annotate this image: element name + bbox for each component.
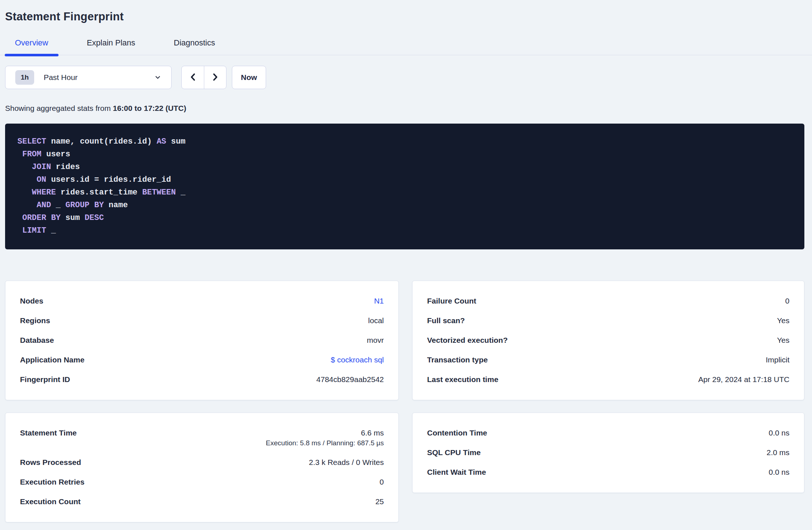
row-label: SQL CPU Time bbox=[427, 449, 481, 456]
next-range-button[interactable] bbox=[204, 66, 226, 89]
time-range-dropdown[interactable]: 1h Past Hour bbox=[5, 66, 172, 89]
sql-keyword: WHERE bbox=[32, 188, 56, 197]
row-last-execution-time: Last execution timeApr 29, 2024 at 17:18… bbox=[427, 376, 789, 383]
tab-overview[interactable]: Overview bbox=[5, 39, 59, 55]
sql-text bbox=[17, 175, 37, 184]
sql-keyword: FROM bbox=[22, 150, 41, 159]
row-value: Yes bbox=[777, 336, 789, 344]
sql-text: sum bbox=[61, 213, 85, 222]
row-value-link[interactable]: $ cockroach sql bbox=[331, 356, 384, 364]
row-label: Full scan? bbox=[427, 317, 465, 324]
sql-keyword: AS bbox=[157, 137, 166, 146]
sql-keyword: BETWEEN bbox=[142, 188, 176, 197]
row-value-wrap: Yes bbox=[777, 336, 789, 344]
row-rows-processed: Rows Processed2.3 k Reads / 0 Writes bbox=[20, 458, 384, 466]
row-value: 4784cb829aab2542 bbox=[316, 376, 384, 383]
sql-text: users.id = rides.rider_id bbox=[46, 175, 171, 184]
row-client-wait-time: Client Wait Time0.0 ns bbox=[427, 468, 789, 476]
row-contention-time: Contention Time0.0 ns bbox=[427, 429, 789, 437]
row-label: Contention Time bbox=[427, 429, 487, 437]
row-value-wrap: 0 bbox=[379, 478, 384, 486]
sql-text bbox=[17, 162, 32, 172]
row-label: Nodes bbox=[20, 297, 43, 305]
sql-line: SELECT name, count(rides.id) AS sum bbox=[17, 135, 792, 148]
row-value: 0 bbox=[785, 297, 789, 305]
row-value-wrap: 6.6 msExecution: 5.8 ms / Planning: 687.… bbox=[266, 429, 384, 446]
row-failure-count: Failure Count0 bbox=[427, 297, 789, 305]
row-statement-time: Statement Time6.6 msExecution: 5.8 ms / … bbox=[20, 429, 384, 446]
row-regions: Regionslocal bbox=[20, 317, 384, 324]
sql-text: name, count(rides.id) bbox=[46, 137, 157, 146]
card-statement-times: Statement Time6.6 msExecution: 5.8 ms / … bbox=[5, 413, 399, 522]
sql-keyword: SELECT bbox=[17, 137, 46, 146]
row-value: 25 bbox=[375, 498, 384, 505]
card-statement-details: NodesN1RegionslocalDatabasemovrApplicati… bbox=[5, 281, 399, 400]
row-label: Transaction type bbox=[427, 356, 488, 364]
sql-line: JOIN rides bbox=[17, 161, 792, 173]
sql-statement-box: SELECT name, count(rides.id) AS sum FROM… bbox=[5, 124, 804, 249]
row-application-name: Application Name$ cockroach sql bbox=[20, 356, 384, 364]
row-execution-retries: Execution Retries0 bbox=[20, 478, 384, 486]
row-value-wrap: N1 bbox=[374, 297, 384, 305]
row-transaction-type: Transaction typeImplicit bbox=[427, 356, 789, 364]
row-value-wrap: 0.0 ns bbox=[769, 468, 789, 476]
row-value-wrap: $ cockroach sql bbox=[331, 356, 384, 364]
sql-text: users bbox=[41, 150, 70, 159]
tab-explain-plans[interactable]: Explain Plans bbox=[77, 39, 145, 55]
time-range-arrows bbox=[181, 66, 226, 89]
card-wait-times: Contention Time0.0 nsSQL CPU Time2.0 msC… bbox=[412, 413, 804, 493]
row-label: Fingerprint ID bbox=[20, 376, 70, 383]
chevron-down-icon bbox=[154, 73, 162, 81]
sql-line: AND _ GROUP BY name bbox=[17, 199, 792, 212]
row-label: Database bbox=[20, 336, 54, 344]
tab-diagnostics[interactable]: Diagnostics bbox=[164, 39, 225, 55]
sql-text bbox=[17, 226, 22, 235]
sql-text bbox=[17, 201, 37, 210]
sql-keyword: GROUP BY bbox=[65, 201, 104, 210]
row-subvalue: Execution: 5.8 ms / Planning: 687.5 µs bbox=[266, 439, 384, 446]
row-value: movr bbox=[367, 336, 384, 344]
row-value: Yes bbox=[777, 317, 789, 324]
sql-line: ON users.id = rides.rider_id bbox=[17, 173, 792, 186]
stats-prefix: Showing aggregated stats from bbox=[5, 104, 113, 112]
tab-bar: OverviewExplain PlansDiagnostics bbox=[0, 39, 812, 55]
row-value-wrap: 4784cb829aab2542 bbox=[316, 376, 384, 383]
row-value: 0 bbox=[379, 478, 384, 486]
row-value-wrap: Implicit bbox=[766, 356, 789, 364]
sql-line: FROM users bbox=[17, 148, 792, 161]
time-controls: 1h Past Hour Now bbox=[5, 66, 812, 89]
row-label: Failure Count bbox=[427, 297, 476, 305]
row-execution-count: Execution Count25 bbox=[20, 498, 384, 505]
chevron-right-icon bbox=[211, 72, 220, 83]
row-value: Implicit bbox=[766, 356, 789, 364]
sql-line: WHERE rides.start_time BETWEEN _ bbox=[17, 186, 792, 199]
row-database: Databasemovr bbox=[20, 336, 384, 344]
chevron-left-icon bbox=[189, 72, 197, 83]
stats-time-range: 16:00 to 17:22 (UTC) bbox=[113, 104, 186, 112]
sql-keyword: LIMIT bbox=[22, 226, 46, 235]
sql-text: name bbox=[104, 201, 128, 210]
row-value-wrap: 0 bbox=[785, 297, 789, 305]
row-value: 0.0 ns bbox=[769, 468, 789, 476]
row-value-wrap: Yes bbox=[777, 317, 789, 324]
prev-range-button[interactable] bbox=[182, 66, 204, 89]
row-label: Vectorized execution? bbox=[427, 336, 508, 344]
sql-text: _ bbox=[176, 188, 185, 197]
sql-keyword: AND bbox=[37, 201, 51, 210]
row-label: Client Wait Time bbox=[427, 468, 486, 476]
now-button[interactable]: Now bbox=[232, 66, 266, 89]
row-value-link[interactable]: N1 bbox=[374, 297, 384, 305]
sql-text bbox=[17, 188, 32, 197]
sql-keyword: ON bbox=[37, 175, 46, 184]
sql-keyword: DESC bbox=[85, 213, 104, 222]
row-value: 2.3 k Reads / 0 Writes bbox=[309, 458, 384, 466]
row-value-wrap: Apr 29, 2024 at 17:18 UTC bbox=[698, 376, 789, 383]
row-value: local bbox=[368, 317, 384, 324]
row-label: Regions bbox=[20, 317, 50, 324]
sql-line: ORDER BY sum DESC bbox=[17, 212, 792, 224]
row-value-wrap: movr bbox=[367, 336, 384, 344]
row-label: Application Name bbox=[20, 356, 84, 364]
row-label: Statement Time bbox=[20, 429, 77, 437]
time-range-label: Past Hour bbox=[44, 73, 77, 82]
row-value: Apr 29, 2024 at 17:18 UTC bbox=[698, 376, 789, 383]
